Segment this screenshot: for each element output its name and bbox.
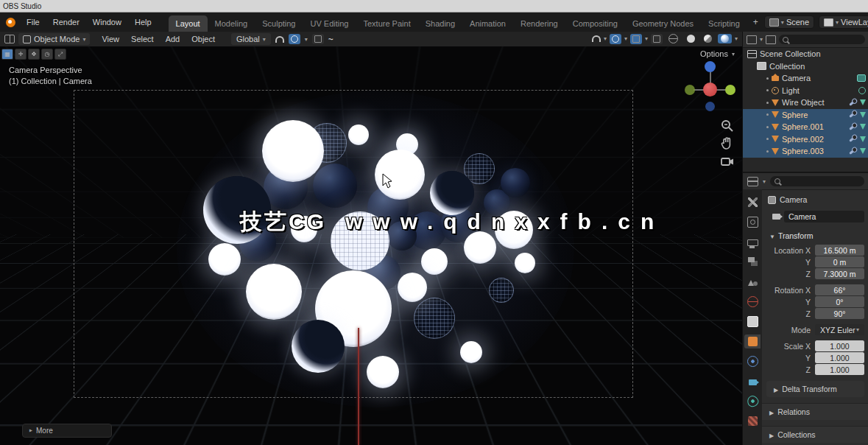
transform-section-header[interactable]: ▼Transform — [769, 231, 868, 240]
navigation-gizmo[interactable] — [685, 61, 740, 168]
tab-sculpting[interactable]: Sculpting — [255, 15, 303, 32]
properties-tab-physics[interactable] — [744, 394, 761, 408]
tab-layout[interactable]: Layout — [169, 15, 208, 32]
chevron-down-icon[interactable]: ▾ — [604, 35, 607, 42]
wrench-icon[interactable] — [849, 136, 856, 142]
outliner-row-collection[interactable]: Collection — [743, 60, 868, 73]
properties-tab-constraints[interactable] — [744, 354, 761, 368]
axis-z-negative-ball[interactable] — [705, 102, 715, 111]
viewport-3d[interactable]: ▦ ✛ ✥ ◷ ⤢ Camera Perspective (1) Collect… — [0, 46, 742, 445]
shading-wireframe-button[interactable] — [666, 33, 681, 44]
outliner-search-input[interactable] — [779, 35, 865, 44]
prop-value-field[interactable]: 0° — [815, 296, 864, 307]
viewport-shading-box-icon[interactable] — [651, 34, 663, 44]
mesh-data-icon[interactable] — [860, 136, 866, 142]
tab-geometry-nodes[interactable]: Geometry Nodes — [625, 15, 701, 32]
properties-search-input[interactable] — [770, 176, 864, 186]
axis-y-negative-ball[interactable] — [685, 85, 695, 95]
light-data-icon[interactable] — [858, 87, 866, 94]
prop-value-field[interactable]: 1.000 — [815, 340, 864, 351]
add-workspace-button[interactable]: + — [747, 15, 764, 29]
chevron-down-icon[interactable]: ▾ — [763, 178, 766, 185]
tab-compositing[interactable]: Compositing — [565, 15, 625, 32]
scale-tool-icon[interactable]: ⤢ — [54, 49, 66, 60]
properties-tab-render[interactable] — [744, 215, 761, 229]
snap-magnet-icon[interactable] — [275, 36, 284, 43]
axis-y-positive-ball[interactable] — [725, 85, 735, 95]
viewport-menu-view[interactable]: View — [96, 32, 125, 46]
mesh-data-icon[interactable] — [860, 99, 866, 105]
transform-orientation-selector[interactable]: Global ▾ — [231, 33, 271, 45]
tab-animation[interactable]: Animation — [462, 15, 513, 32]
outliner-row-sphere-003[interactable]: Sphere.003 — [743, 145, 868, 158]
properties-tab-texture[interactable] — [744, 414, 761, 428]
editor-type-icon[interactable] — [4, 35, 15, 43]
section-collections[interactable]: ▶Collections — [762, 426, 868, 443]
prop-value-field[interactable]: 7.3000 m — [815, 268, 864, 279]
chevron-down-icon[interactable]: ▾ — [760, 36, 763, 43]
tab-scripting[interactable]: Scripting — [701, 15, 747, 32]
axis-z-positive-ball[interactable] — [705, 61, 716, 72]
mesh-data-icon[interactable] — [860, 124, 866, 130]
viewport-menu-add[interactable]: Add — [160, 32, 186, 46]
wrench-icon[interactable] — [849, 99, 856, 106]
wrench-icon[interactable] — [849, 148, 856, 155]
chevron-down-icon[interactable]: ▾ — [645, 35, 648, 42]
prop-value-field[interactable]: 16.500 m — [815, 245, 864, 256]
properties-tab-viewlayer[interactable] — [744, 255, 761, 269]
mode-selector[interactable]: Object Mode ▾ — [18, 33, 90, 45]
chevron-down-icon[interactable]: ▾ — [735, 35, 738, 42]
outliner-filter-icon[interactable] — [766, 35, 776, 44]
outliner-row-wire-object[interactable]: Wire Object — [743, 97, 868, 109]
screen-icon[interactable] — [857, 74, 866, 82]
axis-x-ball[interactable] — [703, 83, 717, 97]
section-delta-transform[interactable]: ▶Delta Transform — [766, 381, 864, 397]
properties-tab-cameradata[interactable] — [744, 374, 761, 388]
view-layer-selector[interactable]: ▾ ViewLayer — [819, 15, 868, 29]
prop-value-field[interactable]: 66° — [815, 284, 864, 295]
falloff-curve-icon[interactable]: ~ — [328, 32, 334, 46]
properties-editor-type-icon[interactable] — [747, 177, 758, 186]
prop-value-field[interactable]: XYZ Euler▾ — [815, 324, 864, 335]
prop-value-field[interactable]: 1.000 — [815, 352, 864, 363]
mesh-data-icon[interactable] — [860, 148, 866, 154]
scene-selector[interactable]: ▾ Scene — [764, 15, 814, 29]
pan-hand-icon[interactable] — [720, 136, 735, 151]
section-relations[interactable]: ▶Relations — [762, 403, 868, 420]
rotate-tool-icon[interactable]: ◷ — [41, 49, 53, 60]
properties-tab-tool[interactable] — [744, 195, 761, 209]
camera-view-icon[interactable] — [720, 154, 735, 169]
tab-shading[interactable]: Shading — [418, 15, 462, 32]
collapsed-panel-button[interactable]: ▾ More — [22, 424, 112, 438]
prop-value-field[interactable]: 1.000 — [815, 364, 864, 375]
tab-uv-editing[interactable]: UV Editing — [303, 15, 356, 32]
object-name-field[interactable]: Camera — [784, 211, 864, 222]
menu-help[interactable]: Help — [128, 15, 158, 29]
chevron-down-icon[interactable]: ▾ — [305, 36, 308, 43]
properties-tab-world[interactable] — [744, 295, 761, 309]
mesh-data-icon[interactable] — [860, 112, 866, 118]
properties-tab-object[interactable] — [744, 334, 761, 348]
cursor-tool-icon[interactable]: ✛ — [15, 49, 27, 60]
blender-logo-icon[interactable] — [6, 18, 15, 27]
shading-solid-button[interactable] — [684, 34, 698, 43]
viewport-menu-select[interactable]: Select — [125, 32, 160, 46]
outliner-row-sphere-002[interactable]: Sphere.002 — [743, 133, 868, 146]
properties-tab-scene[interactable] — [744, 275, 761, 289]
outliner-row-light[interactable]: Light — [743, 85, 868, 97]
properties-tab-collection[interactable] — [744, 315, 761, 329]
show-overlays-icon[interactable] — [610, 34, 621, 44]
toggle-xray-icon[interactable] — [630, 34, 642, 44]
menu-render[interactable]: Render — [46, 15, 86, 29]
tab-rendering[interactable]: Rendering — [513, 15, 565, 32]
outliner-row-scene-collection[interactable]: Scene Collection — [743, 48, 868, 60]
tab-modeling[interactable]: Modeling — [208, 15, 255, 32]
chevron-down-icon[interactable]: ▾ — [624, 35, 627, 42]
options-dropdown[interactable]: Options ▾ — [700, 49, 735, 58]
tab-texture-paint[interactable]: Texture Paint — [356, 15, 417, 32]
wrench-icon[interactable] — [849, 111, 856, 118]
zoom-icon[interactable] — [720, 119, 735, 133]
viewport-menu-object[interactable]: Object — [186, 32, 221, 46]
gizmo-toggle-icon[interactable] — [592, 35, 601, 42]
properties-tab-output[interactable] — [744, 235, 761, 249]
